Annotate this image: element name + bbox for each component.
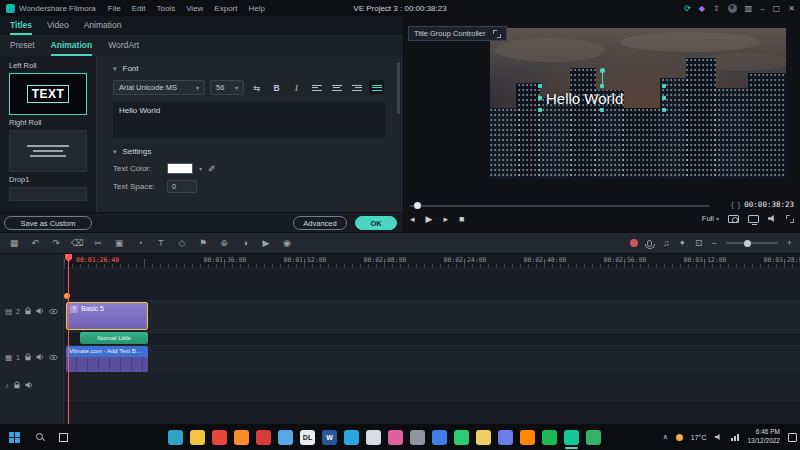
save-as-custom-button[interactable]: Save as Custom bbox=[4, 216, 92, 230]
upgrade-icon[interactable]: ◆ bbox=[699, 4, 705, 13]
resize-handle[interactable] bbox=[600, 108, 604, 112]
notification-center-icon[interactable] bbox=[788, 433, 797, 442]
preset-thumbnail[interactable] bbox=[9, 187, 87, 201]
notepad-icon[interactable] bbox=[278, 430, 293, 445]
effects-plugin-icon[interactable]: ✦ bbox=[678, 238, 686, 248]
taskbar-search-icon[interactable] bbox=[36, 433, 44, 441]
split-icon[interactable]: ✂ bbox=[92, 238, 104, 248]
align-center-button[interactable] bbox=[329, 80, 344, 95]
video-clip[interactable]: Vilmate.com - Add Text Beh... bbox=[66, 346, 148, 372]
camera-icon[interactable] bbox=[366, 430, 381, 445]
align-right-button[interactable] bbox=[349, 80, 364, 95]
word-icon[interactable]: W bbox=[322, 430, 337, 445]
menu-item[interactable]: View bbox=[186, 4, 203, 13]
mark-out-icon[interactable]: } bbox=[738, 200, 741, 209]
lock-icon[interactable] bbox=[24, 353, 32, 361]
resize-handle[interactable] bbox=[600, 84, 604, 88]
snapshot-icon[interactable]: ◉ bbox=[281, 238, 293, 248]
rotate-handle[interactable] bbox=[600, 68, 605, 73]
volume-icon[interactable] bbox=[768, 215, 777, 223]
resize-handle[interactable] bbox=[538, 84, 542, 88]
advanced-button[interactable]: Advanced bbox=[293, 216, 347, 230]
font-section-header[interactable]: ▾ Font bbox=[113, 64, 389, 73]
resize-handle[interactable] bbox=[662, 108, 666, 112]
export-share-icon[interactable]: ⇧ bbox=[713, 4, 720, 13]
tab-titles[interactable]: Titles bbox=[10, 16, 32, 35]
tray-expand-icon[interactable]: ∧ bbox=[663, 433, 668, 441]
bold-button[interactable]: B bbox=[269, 80, 284, 95]
discord-icon[interactable] bbox=[498, 430, 513, 445]
font-size-select[interactable]: 56 ▾ bbox=[210, 80, 244, 95]
italic-button[interactable]: I bbox=[289, 80, 304, 95]
zoom-to-fit-icon[interactable]: ⊡ bbox=[695, 238, 703, 248]
zoom-out-button[interactable]: − bbox=[711, 238, 716, 248]
settings-section-header[interactable]: ▾ Settings bbox=[113, 147, 389, 156]
subtitle-clip[interactable]: Normal Little bbox=[80, 332, 148, 344]
menu-item[interactable]: Help bbox=[248, 4, 264, 13]
stop-button[interactable]: ■ bbox=[459, 214, 464, 224]
resize-handle[interactable] bbox=[662, 96, 666, 100]
render-icon[interactable]: ▶ bbox=[260, 238, 272, 248]
audio-mixer-icon[interactable]: ♫ bbox=[663, 238, 670, 248]
mute-icon[interactable] bbox=[36, 307, 45, 315]
taskbar-clock[interactable]: 6:46 PM 13/12/2022 bbox=[747, 428, 780, 446]
crop-icon[interactable]: ▣ bbox=[113, 238, 125, 248]
sync-icon[interactable]: ⟳ bbox=[684, 4, 691, 13]
quality-select[interactable]: Full ▾ bbox=[702, 214, 719, 223]
preset-thumbnail[interactable] bbox=[9, 130, 87, 172]
user-avatar-icon[interactable] bbox=[728, 4, 737, 13]
collapse-icon[interactable]: ▾ bbox=[113, 65, 117, 73]
text-selection-box[interactable] bbox=[540, 86, 664, 110]
resize-handle[interactable] bbox=[538, 96, 542, 100]
subtab-preset[interactable]: Preset bbox=[10, 36, 35, 56]
tab-animation[interactable]: Animation bbox=[84, 16, 122, 35]
whatsapp-icon[interactable] bbox=[454, 430, 469, 445]
zoom-in-button[interactable]: + bbox=[787, 238, 792, 248]
undo-icon[interactable]: ↶ bbox=[29, 238, 41, 248]
telegram-icon[interactable] bbox=[344, 430, 359, 445]
menu-item[interactable]: Export bbox=[214, 4, 237, 13]
mute-icon[interactable] bbox=[25, 381, 34, 389]
store-icon[interactable] bbox=[432, 430, 447, 445]
ok-button[interactable]: OK bbox=[355, 216, 397, 230]
preset-thumbnail-selected[interactable]: TEXT bbox=[9, 73, 87, 115]
chevron-down-icon[interactable]: ▾ bbox=[199, 165, 202, 172]
play-button[interactable]: ▶ bbox=[426, 214, 433, 224]
vlc-icon[interactable] bbox=[520, 430, 535, 445]
layout-icon[interactable]: ▥ bbox=[745, 4, 753, 13]
opera-icon[interactable] bbox=[256, 430, 271, 445]
align-left-button[interactable] bbox=[309, 80, 324, 95]
mic-icon[interactable] bbox=[647, 240, 652, 247]
display-output-icon[interactable] bbox=[748, 215, 759, 223]
zoom-slider[interactable] bbox=[726, 242, 778, 244]
weather-temp[interactable]: 17°C bbox=[691, 434, 707, 441]
panel-scrollbar[interactable] bbox=[397, 62, 400, 114]
letter-spacing-icon[interactable]: ⇆ bbox=[249, 80, 264, 95]
marker-icon[interactable]: ⚑ bbox=[197, 238, 209, 248]
record-button[interactable] bbox=[630, 239, 638, 247]
align-justify-button[interactable] bbox=[369, 80, 384, 95]
zoom-slider-knob[interactable] bbox=[744, 240, 751, 247]
collapse-icon[interactable]: ▾ bbox=[113, 148, 117, 156]
network-icon[interactable] bbox=[731, 434, 739, 441]
eye-icon[interactable] bbox=[49, 354, 58, 361]
text-space-input[interactable]: 0 bbox=[167, 180, 197, 193]
paint-icon[interactable] bbox=[388, 430, 403, 445]
mark-in-icon[interactable]: { bbox=[731, 200, 734, 209]
title-group-controller-chip[interactable]: Title Group Controller bbox=[408, 26, 507, 41]
subtab-animation[interactable]: Animation bbox=[51, 36, 93, 56]
task-view-icon[interactable] bbox=[59, 433, 68, 442]
resize-handle[interactable] bbox=[538, 108, 542, 112]
text-color-swatch[interactable] bbox=[167, 163, 193, 174]
delete-icon[interactable]: ⌫ bbox=[71, 238, 83, 248]
eye-icon[interactable] bbox=[49, 308, 58, 315]
settings-icon[interactable] bbox=[410, 430, 425, 445]
edge-icon[interactable] bbox=[168, 430, 183, 445]
lock-icon[interactable] bbox=[24, 307, 32, 315]
subtab-wordart[interactable]: WordArt bbox=[108, 36, 139, 56]
snapshot-camera-icon[interactable] bbox=[728, 215, 739, 223]
video-preview[interactable]: Hello World bbox=[490, 28, 786, 178]
tray-volume-icon[interactable] bbox=[715, 433, 723, 440]
speed-icon[interactable]: ◔ bbox=[134, 238, 146, 248]
resize-handle[interactable] bbox=[662, 84, 666, 88]
